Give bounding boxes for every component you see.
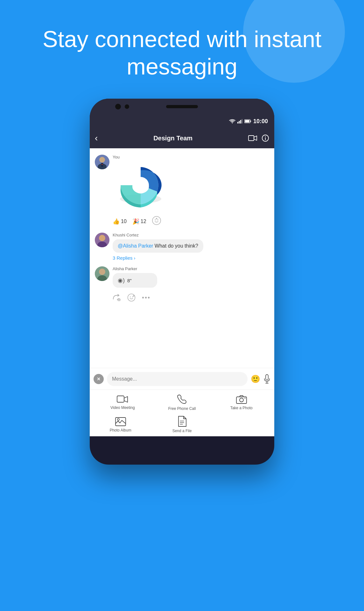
svg-rect-3 <box>242 119 242 123</box>
voice-duration: 8" <box>127 278 132 283</box>
msg-khushi-content: Khushi Cortez @Alisha Parker What do you… <box>113 233 269 261</box>
svg-point-19 <box>152 216 161 225</box>
video-call-icon[interactable] <box>248 135 257 141</box>
emoji-picker-button[interactable]: 🙂 <box>251 375 260 383</box>
battery-icon <box>244 119 251 123</box>
info-icon[interactable] <box>262 134 269 142</box>
header-actions <box>248 134 269 142</box>
svg-point-12 <box>99 157 105 163</box>
party-count: 12 <box>141 219 146 224</box>
free-phone-call-button[interactable]: Free Phone Call <box>152 394 212 411</box>
svg-point-18 <box>132 180 149 193</box>
replies-chevron: › <box>134 255 136 261</box>
chat-header: ‹ Design Team <box>90 128 274 148</box>
toolbar-row-1: Video Meeting Free Phone Call <box>90 394 274 411</box>
back-button[interactable]: ‹ <box>95 133 98 143</box>
avatar-khushi <box>95 233 109 247</box>
video-meeting-icon <box>117 395 128 404</box>
message-alisha: Alisha Parker ◉) 8" <box>95 266 269 288</box>
voice-message[interactable]: ◉) 8" <box>113 273 157 288</box>
msg-sender-alisha: Alisha Parker <box>113 266 269 271</box>
voice-icon: ◉) <box>118 277 125 284</box>
chat-body: You <box>90 148 274 368</box>
svg-point-36 <box>132 297 133 298</box>
svg-rect-42 <box>117 396 124 402</box>
svg-rect-39 <box>266 375 268 380</box>
take-photo-label: Take a Photo <box>230 406 253 410</box>
microphone-icon[interactable] <box>263 374 270 384</box>
msg-text-khushi: What do you think? <box>153 243 198 249</box>
chart-image <box>113 161 170 209</box>
svg-point-35 <box>130 297 131 298</box>
svg-rect-5 <box>250 121 251 122</box>
reply-icon[interactable] <box>113 294 121 301</box>
phone-speaker <box>166 105 198 108</box>
msg-bubble-khushi: @Alisha Parker What do you think? <box>113 239 203 253</box>
message-input-area: ✕ 🙂 <box>90 368 274 390</box>
toolbar-row-2: Photo Album Send a File <box>90 416 274 433</box>
add-emoji-icon[interactable] <box>127 293 136 302</box>
close-attachment-button[interactable]: ✕ <box>94 374 104 384</box>
replies-button[interactable]: 3 Replies › <box>113 255 269 261</box>
photo-album-label: Photo Album <box>110 428 131 432</box>
msg-you-content: You <box>113 155 269 210</box>
msg-sender-you: You <box>113 155 269 159</box>
svg-rect-6 <box>245 120 249 123</box>
add-reaction-button[interactable] <box>152 216 161 227</box>
svg-rect-2 <box>240 120 241 123</box>
camera-icon <box>236 395 247 404</box>
hero-title: Stay connected with instant messaging <box>0 25 364 81</box>
signal-icon <box>237 119 242 123</box>
phone-mockup: 10:00 ‹ Design Team <box>90 99 274 465</box>
status-bar: 10:00 <box>90 115 274 128</box>
phone-camera-2 <box>125 104 129 109</box>
avatar-you <box>95 155 109 169</box>
video-meeting-label: Video Meeting <box>110 405 135 410</box>
message-you: You <box>95 155 269 210</box>
svg-point-28 <box>99 269 105 275</box>
status-time: 10:00 <box>253 118 268 125</box>
svg-rect-7 <box>248 136 254 141</box>
send-file-button[interactable]: Send a File <box>151 416 213 433</box>
message-input[interactable] <box>107 372 248 386</box>
more-icon[interactable]: ••• <box>142 294 150 301</box>
phone-hardware-top <box>90 99 274 115</box>
thumbs-up-reaction[interactable]: 👍 10 <box>113 218 127 225</box>
thumbs-up-count: 10 <box>121 219 127 224</box>
photo-album-button[interactable]: Photo Album <box>90 417 151 432</box>
phone-camera-1 <box>115 104 121 109</box>
svg-point-45 <box>244 398 245 399</box>
wifi-icon <box>229 119 235 123</box>
party-reaction[interactable]: 🎉 12 <box>132 218 146 225</box>
svg-point-34 <box>128 294 135 301</box>
avatar-alisha <box>95 266 109 281</box>
send-file-label: Send a File <box>172 429 192 433</box>
mention-text: @Alisha Parker <box>118 243 153 249</box>
party-emoji: 🎉 <box>132 218 139 225</box>
svg-point-25 <box>99 235 105 241</box>
svg-rect-1 <box>239 121 240 123</box>
bottom-toolbar: Video Meeting Free Phone Call <box>90 390 274 436</box>
svg-point-21 <box>157 220 158 221</box>
take-photo-button[interactable]: Take a Photo <box>212 395 271 410</box>
svg-point-20 <box>155 220 156 221</box>
chat-title: Design Team <box>102 135 244 142</box>
status-icons: 10:00 <box>229 118 268 125</box>
phone-call-icon <box>177 394 187 404</box>
msg-sender-khushi: Khushi Cortez <box>113 233 269 237</box>
close-icon: ✕ <box>97 376 101 382</box>
video-meeting-button[interactable]: Video Meeting <box>93 395 152 410</box>
thumbs-up-emoji: 👍 <box>113 218 120 225</box>
message-action-bar: ••• <box>113 293 269 302</box>
svg-point-10 <box>265 136 266 137</box>
message-khushi: Khushi Cortez @Alisha Parker What do you… <box>95 233 269 261</box>
svg-rect-0 <box>237 122 238 123</box>
file-icon <box>178 416 186 427</box>
svg-point-44 <box>240 398 243 402</box>
svg-point-47 <box>117 418 119 420</box>
replies-label: 3 Replies <box>113 255 133 261</box>
photo-album-icon <box>115 417 126 426</box>
msg-alisha-content: Alisha Parker ◉) 8" <box>113 266 269 288</box>
message-reactions: 👍 10 🎉 12 <box>113 216 269 227</box>
free-phone-call-label: Free Phone Call <box>168 406 196 411</box>
